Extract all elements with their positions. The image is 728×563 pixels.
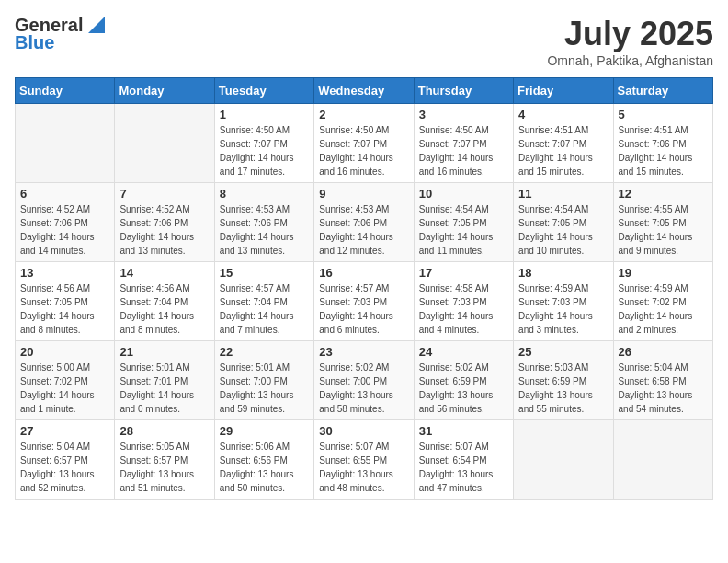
calendar-cell: 6Sunrise: 4:52 AM Sunset: 7:06 PM Daylig… bbox=[16, 183, 115, 262]
calendar-cell: 13Sunrise: 4:56 AM Sunset: 7:05 PM Dayli… bbox=[16, 262, 115, 341]
column-header-friday: Friday bbox=[514, 78, 613, 104]
day-info: Sunrise: 5:02 AM Sunset: 7:00 PM Dayligh… bbox=[319, 361, 408, 416]
day-info: Sunrise: 4:53 AM Sunset: 7:06 PM Dayligh… bbox=[319, 202, 408, 258]
page-title: July 2025 bbox=[547, 15, 713, 53]
day-info: Sunrise: 4:56 AM Sunset: 7:05 PM Dayligh… bbox=[20, 282, 109, 337]
calendar-header-row: SundayMondayTuesdayWednesdayThursdayFrid… bbox=[16, 78, 713, 104]
calendar-cell: 27Sunrise: 5:04 AM Sunset: 6:57 PM Dayli… bbox=[16, 420, 115, 500]
calendar-cell: 28Sunrise: 5:05 AM Sunset: 6:57 PM Dayli… bbox=[115, 420, 214, 500]
calendar-cell: 11Sunrise: 4:54 AM Sunset: 7:05 PM Dayli… bbox=[514, 183, 613, 262]
day-info: Sunrise: 4:54 AM Sunset: 7:05 PM Dayligh… bbox=[518, 202, 608, 258]
calendar-cell: 16Sunrise: 4:57 AM Sunset: 7:03 PM Dayli… bbox=[314, 262, 414, 341]
day-number: 22 bbox=[220, 345, 309, 359]
day-number: 13 bbox=[20, 266, 109, 280]
calendar-cell: 31Sunrise: 5:07 AM Sunset: 6:54 PM Dayli… bbox=[414, 420, 513, 500]
calendar-cell: 24Sunrise: 5:02 AM Sunset: 6:59 PM Dayli… bbox=[414, 341, 513, 420]
day-number: 12 bbox=[619, 187, 708, 201]
day-info: Sunrise: 4:52 AM Sunset: 7:06 PM Dayligh… bbox=[119, 202, 209, 258]
day-number: 26 bbox=[619, 345, 708, 359]
calendar-cell: 17Sunrise: 4:58 AM Sunset: 7:03 PM Dayli… bbox=[414, 262, 513, 341]
day-info: Sunrise: 5:01 AM Sunset: 7:00 PM Dayligh… bbox=[220, 361, 309, 416]
day-info: Sunrise: 4:56 AM Sunset: 7:04 PM Dayligh… bbox=[119, 282, 209, 337]
day-info: Sunrise: 4:54 AM Sunset: 7:05 PM Dayligh… bbox=[419, 202, 508, 258]
day-info: Sunrise: 5:07 AM Sunset: 6:55 PM Dayligh… bbox=[319, 440, 408, 495]
calendar-cell: 9Sunrise: 4:53 AM Sunset: 7:06 PM Daylig… bbox=[314, 183, 414, 262]
day-number: 18 bbox=[518, 266, 608, 280]
day-number: 24 bbox=[419, 345, 508, 359]
day-info: Sunrise: 5:02 AM Sunset: 6:59 PM Dayligh… bbox=[419, 361, 508, 416]
calendar-cell: 12Sunrise: 4:55 AM Sunset: 7:05 PM Dayli… bbox=[613, 183, 712, 262]
calendar-week-row: 27Sunrise: 5:04 AM Sunset: 6:57 PM Dayli… bbox=[16, 420, 713, 500]
calendar-table: SundayMondayTuesdayWednesdayThursdayFrid… bbox=[15, 77, 713, 500]
day-number: 11 bbox=[518, 187, 608, 201]
day-info: Sunrise: 4:55 AM Sunset: 7:05 PM Dayligh… bbox=[619, 202, 708, 258]
column-header-sunday: Sunday bbox=[16, 78, 115, 104]
calendar-cell: 2Sunrise: 4:50 AM Sunset: 7:07 PM Daylig… bbox=[314, 104, 414, 183]
day-info: Sunrise: 5:06 AM Sunset: 6:56 PM Dayligh… bbox=[220, 440, 309, 495]
day-number: 21 bbox=[119, 345, 209, 359]
day-number: 25 bbox=[518, 345, 608, 359]
calendar-cell: 14Sunrise: 4:56 AM Sunset: 7:04 PM Dayli… bbox=[115, 262, 214, 341]
day-number: 14 bbox=[119, 266, 209, 280]
day-info: Sunrise: 4:59 AM Sunset: 7:02 PM Dayligh… bbox=[619, 282, 708, 337]
calendar-cell bbox=[514, 420, 613, 500]
day-number: 7 bbox=[119, 187, 209, 201]
day-number: 31 bbox=[419, 424, 508, 438]
calendar-week-row: 1Sunrise: 4:50 AM Sunset: 7:07 PM Daylig… bbox=[16, 104, 713, 183]
page-subtitle: Omnah, Paktika, Afghanistan bbox=[547, 53, 713, 68]
calendar-cell: 7Sunrise: 4:52 AM Sunset: 7:06 PM Daylig… bbox=[115, 183, 214, 262]
day-info: Sunrise: 5:01 AM Sunset: 7:01 PM Dayligh… bbox=[119, 361, 209, 416]
day-info: Sunrise: 5:04 AM Sunset: 6:58 PM Dayligh… bbox=[619, 361, 708, 416]
calendar-cell: 3Sunrise: 4:50 AM Sunset: 7:07 PM Daylig… bbox=[414, 104, 513, 183]
day-number: 27 bbox=[20, 424, 109, 438]
calendar-cell: 8Sunrise: 4:53 AM Sunset: 7:06 PM Daylig… bbox=[214, 183, 313, 262]
calendar-cell bbox=[115, 104, 214, 183]
logo-arrow-icon bbox=[85, 17, 105, 33]
page-header: General Blue July 2025 Omnah, Paktika, A… bbox=[15, 15, 713, 68]
day-number: 15 bbox=[220, 266, 309, 280]
calendar-cell: 1Sunrise: 4:50 AM Sunset: 7:07 PM Daylig… bbox=[214, 104, 313, 183]
day-number: 28 bbox=[119, 424, 209, 438]
column-header-tuesday: Tuesday bbox=[214, 78, 313, 104]
day-info: Sunrise: 4:58 AM Sunset: 7:03 PM Dayligh… bbox=[419, 282, 508, 337]
logo: General Blue bbox=[15, 15, 105, 53]
title-block: July 2025 Omnah, Paktika, Afghanistan bbox=[547, 15, 713, 68]
day-info: Sunrise: 4:50 AM Sunset: 7:07 PM Dayligh… bbox=[419, 123, 508, 178]
calendar-cell: 29Sunrise: 5:06 AM Sunset: 6:56 PM Dayli… bbox=[214, 420, 313, 500]
day-info: Sunrise: 4:51 AM Sunset: 7:06 PM Dayligh… bbox=[619, 123, 708, 178]
calendar-cell: 25Sunrise: 5:03 AM Sunset: 6:59 PM Dayli… bbox=[514, 341, 613, 420]
calendar-cell bbox=[613, 420, 712, 500]
day-number: 19 bbox=[619, 266, 708, 280]
logo-text-blue: Blue bbox=[15, 32, 54, 53]
calendar-cell: 26Sunrise: 5:04 AM Sunset: 6:58 PM Dayli… bbox=[613, 341, 712, 420]
calendar-cell: 19Sunrise: 4:59 AM Sunset: 7:02 PM Dayli… bbox=[613, 262, 712, 341]
day-number: 23 bbox=[319, 345, 408, 359]
day-number: 10 bbox=[419, 187, 508, 201]
calendar-cell: 10Sunrise: 4:54 AM Sunset: 7:05 PM Dayli… bbox=[414, 183, 513, 262]
day-info: Sunrise: 5:03 AM Sunset: 6:59 PM Dayligh… bbox=[518, 361, 608, 416]
day-number: 9 bbox=[319, 187, 408, 201]
day-info: Sunrise: 5:05 AM Sunset: 6:57 PM Dayligh… bbox=[119, 440, 209, 495]
day-number: 1 bbox=[220, 108, 309, 121]
calendar-cell: 20Sunrise: 5:00 AM Sunset: 7:02 PM Dayli… bbox=[16, 341, 115, 420]
day-number: 17 bbox=[419, 266, 508, 280]
day-number: 4 bbox=[518, 108, 608, 121]
day-number: 6 bbox=[20, 187, 109, 201]
calendar-week-row: 13Sunrise: 4:56 AM Sunset: 7:05 PM Dayli… bbox=[16, 262, 713, 341]
calendar-cell: 5Sunrise: 4:51 AM Sunset: 7:06 PM Daylig… bbox=[613, 104, 712, 183]
day-number: 30 bbox=[319, 424, 408, 438]
day-info: Sunrise: 5:04 AM Sunset: 6:57 PM Dayligh… bbox=[20, 440, 109, 495]
column-header-saturday: Saturday bbox=[613, 78, 712, 104]
day-info: Sunrise: 4:51 AM Sunset: 7:07 PM Dayligh… bbox=[518, 123, 608, 178]
day-info: Sunrise: 4:50 AM Sunset: 7:07 PM Dayligh… bbox=[220, 123, 309, 178]
calendar-week-row: 20Sunrise: 5:00 AM Sunset: 7:02 PM Dayli… bbox=[16, 341, 713, 420]
column-header-wednesday: Wednesday bbox=[314, 78, 414, 104]
calendar-week-row: 6Sunrise: 4:52 AM Sunset: 7:06 PM Daylig… bbox=[16, 183, 713, 262]
calendar-cell: 23Sunrise: 5:02 AM Sunset: 7:00 PM Dayli… bbox=[314, 341, 414, 420]
calendar-cell bbox=[16, 104, 115, 183]
calendar-cell: 30Sunrise: 5:07 AM Sunset: 6:55 PM Dayli… bbox=[314, 420, 414, 500]
day-info: Sunrise: 4:50 AM Sunset: 7:07 PM Dayligh… bbox=[319, 123, 408, 178]
day-number: 29 bbox=[220, 424, 309, 438]
calendar-cell: 21Sunrise: 5:01 AM Sunset: 7:01 PM Dayli… bbox=[115, 341, 214, 420]
column-header-monday: Monday bbox=[115, 78, 214, 104]
